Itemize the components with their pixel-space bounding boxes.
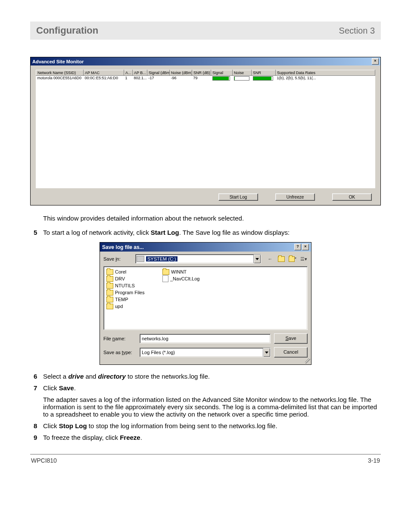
file-name-input[interactable]: networks.log	[140, 334, 271, 343]
cell-ssid: motorola 000CE551A6D0	[36, 76, 84, 81]
close-icon[interactable]: ×	[302, 244, 309, 250]
save-dialog-title: Save log file as...	[102, 244, 144, 250]
folder-icon	[106, 304, 113, 309]
step7-paragraph: The adapter saves a log of the informati…	[43, 396, 381, 418]
step-number: 9	[34, 434, 43, 441]
close-icon[interactable]: ×	[372, 58, 379, 65]
list-item[interactable]: DRV	[106, 275, 162, 282]
dropdown-icon[interactable]	[263, 348, 270, 357]
list-item[interactable]: WINNT	[162, 268, 218, 275]
col-a[interactable]: A...	[124, 70, 133, 76]
list-item[interactable]: TEMP	[106, 296, 162, 303]
folder-icon	[106, 290, 113, 296]
cell-noise-dbm: -96	[170, 76, 192, 81]
site-monitor-titlebar: Advanced Site Monitor ×	[31, 57, 380, 65]
table-header-row: Network Name (SSID) AP MAC A... AP B... …	[36, 70, 375, 76]
list-item[interactable]: Corel	[106, 268, 162, 275]
back-icon[interactable]: ←	[266, 255, 274, 263]
up-folder-icon[interactable]	[277, 255, 285, 263]
step5-text: To start a log of network activity, clic…	[43, 229, 381, 236]
col-noise[interactable]: Noise	[233, 70, 252, 76]
list-item[interactable]: _NavCClt.Log	[162, 275, 218, 282]
cell-signal-bar	[211, 76, 233, 81]
resize-grip-icon[interactable]	[305, 358, 310, 364]
save-in-label: Save in:	[103, 256, 133, 261]
file-name-label: File name:	[103, 336, 136, 341]
cell-signal-dbm: -17	[147, 76, 170, 81]
col-signal-dbm[interactable]: Signal (dBm)	[147, 70, 170, 76]
save-in-value: SYSTEM (C:)	[146, 256, 177, 261]
cell-snr-db: 79	[192, 76, 211, 81]
cell-apmac: 00:0C:E5:51:A6:D0	[84, 76, 124, 81]
folder-icon	[106, 276, 113, 282]
site-monitor-window: Advanced Site Monitor × Network Name (SS…	[30, 57, 381, 205]
cancel-button[interactable]: Cancel	[274, 347, 308, 358]
file-list[interactable]: Corel DRV NTUTILS Program Files TEMP upd…	[103, 266, 308, 330]
unfreeze-button[interactable]: Unfreeze	[275, 193, 315, 201]
monitor-caption: This window provides detailed informatio…	[43, 214, 381, 223]
list-item[interactable]: upd	[106, 303, 162, 310]
step8-text: Click Stop Log to stop the log informati…	[43, 422, 381, 429]
folder-icon	[106, 297, 113, 302]
dropdown-icon[interactable]	[253, 255, 261, 263]
start-log-button[interactable]: Start Log	[218, 193, 258, 201]
table-empty-area	[37, 81, 374, 188]
col-snr[interactable]: SNR	[252, 70, 276, 76]
list-item[interactable]: Program Files	[106, 289, 162, 296]
ok-button[interactable]: OK	[332, 193, 372, 201]
save-dialog-titlebar: Save log file as... ? ×	[100, 243, 311, 252]
step-number: 5	[34, 229, 43, 236]
folder-icon	[162, 269, 169, 275]
save-button[interactable]: Save	[274, 333, 308, 344]
footer-right: 3-19	[368, 457, 380, 464]
save-as-type-label: Save as type:	[103, 350, 136, 355]
header-title: Configuration	[36, 25, 98, 36]
table-row[interactable]: motorola 000CE551A6D0 00:0C:E5:51:A6:D0 …	[36, 76, 375, 81]
page-header: Configuration Section 3	[30, 22, 381, 40]
col-ssid[interactable]: Network Name (SSID)	[36, 70, 84, 76]
file-icon	[162, 275, 168, 282]
folder-icon	[106, 283, 113, 289]
header-section: Section 3	[339, 26, 375, 36]
site-monitor-title: Advanced Site Monitor	[32, 59, 84, 64]
drive-icon	[137, 256, 144, 262]
step-number: 7	[34, 384, 43, 418]
cell-snr-bar	[252, 76, 276, 81]
new-folder-icon[interactable]: *	[289, 255, 296, 263]
col-snr-db[interactable]: SNR (dB)	[192, 70, 211, 76]
col-rates[interactable]: Supported Data Rates	[276, 70, 375, 76]
cell-apb: 802.1...	[133, 76, 147, 81]
save-as-type-combo[interactable]: Log Files (*.log)	[140, 348, 271, 357]
col-apb[interactable]: AP B...	[133, 70, 147, 76]
col-apmac[interactable]: AP MAC	[84, 70, 124, 76]
footer-left: WPCI810	[31, 457, 57, 464]
help-icon[interactable]: ?	[294, 244, 301, 250]
cell-noise-bar	[233, 76, 252, 81]
folder-icon	[106, 269, 113, 275]
step-number: 6	[34, 373, 43, 380]
cell-rates: 1(b), 2(b), 5.5(b), 11(...	[276, 76, 375, 81]
step7-text: Click Save. The adapter saves a log of t…	[43, 384, 381, 418]
footer-divider	[30, 454, 381, 454]
views-icon[interactable]: ☰▾	[300, 255, 308, 263]
col-signal[interactable]: Signal	[211, 70, 233, 76]
list-item[interactable]: NTUTILS	[106, 282, 162, 289]
col-noise-dbm[interactable]: Noise (dBm)	[170, 70, 192, 76]
page-footer: WPCI810 3-19	[30, 457, 381, 464]
save-dialog: Save log file as... ? × Save in: SYSTEM …	[100, 242, 311, 365]
step9-text: To freeze the display, click Freeze.	[43, 434, 381, 441]
save-in-combo[interactable]: SYSTEM (C:)	[135, 254, 261, 264]
step-number: 8	[34, 422, 43, 429]
networks-table: Network Name (SSID) AP MAC A... AP B... …	[36, 70, 375, 188]
step6-text: Select a drive and directory to store th…	[43, 373, 381, 380]
cell-a: 1	[124, 76, 133, 81]
